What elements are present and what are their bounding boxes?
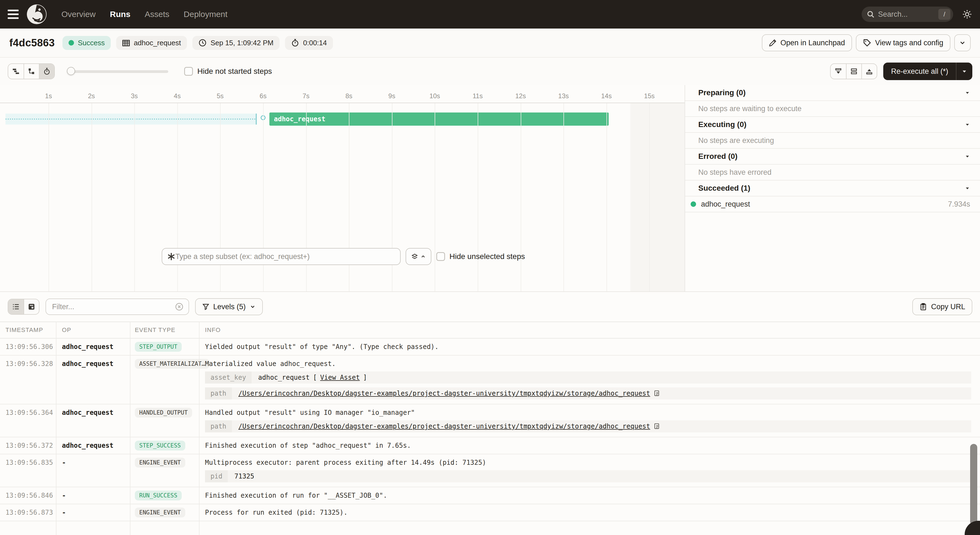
panel-down-icon [834,67,842,75]
event-type-pill: HANDLED_OUTPUT [135,408,192,418]
step-subset-input[interactable] [175,252,395,261]
gantt-zoom-slider[interactable] [67,67,168,76]
log-message: Finished execution of run for "__ASSET_J… [205,492,971,499]
search-icon [867,10,875,18]
view-mode-flat-button[interactable] [24,64,39,79]
nav-item-runs[interactable]: Runs [110,10,130,19]
global-search[interactable]: / [862,6,953,22]
log-message: Materialized value adhoc_request. [205,360,971,367]
search-input[interactable] [875,10,939,19]
log-list-view-button[interactable] [8,299,24,314]
axis-tick: 3s [131,92,138,100]
step-bar[interactable]: adhoc_request [269,112,608,126]
reexecute-split-button: Re-execute all (*) [883,62,972,80]
log-timestamp: 13:09:56.835 [0,454,56,487]
axis-tick: 1s [45,92,52,100]
log-info-cell: Multiprocess executor: parent process ex… [199,454,980,487]
nav-item-assets[interactable]: Assets [145,10,169,19]
succeeded-step-row[interactable]: adhoc_request7.934s [685,196,980,212]
panel-up-icon [865,67,873,75]
log-info-cell: Process for run exited (pid: 71325). [199,504,980,521]
hide-unselected-checkbox-row[interactable]: Hide unselected steps [436,252,525,261]
log-row[interactable]: 13:09:56.328adhoc_requestASSET_MATERIALI… [0,356,980,404]
nav-item-deployment[interactable]: Deployment [184,10,228,19]
event-type-pill: STEP_OUTPUT [135,342,182,352]
path-link[interactable]: /Users/erincochran/Desktop/dagster-examp… [239,423,650,430]
step-selector-row: Hide unselected steps [162,248,525,265]
view-tags-config-button[interactable]: View tags and config [856,34,950,51]
log-row[interactable]: 13:09:56.835-ENGINE_EVENTMultiprocess ex… [0,454,980,487]
clock-icon [199,39,207,47]
step-status-panel: Preparing (0)No steps are waiting to exe… [684,85,980,291]
path-link[interactable]: /Users/erincochran/Desktop/dagster-examp… [239,390,650,397]
settings-gear-icon[interactable] [962,9,972,19]
slider-handle[interactable] [67,67,75,75]
step-section-header[interactable]: Succeeded (1) [685,180,980,196]
log-filter-box[interactable] [46,299,189,315]
log-info-cell: Finished execution of step "adhoc_reques… [199,437,980,454]
col-op: OP [56,326,130,334]
copy-icon[interactable] [654,390,661,397]
log-filter-input[interactable] [52,303,175,311]
log-timestamp: 13:09:56.372 [0,437,56,454]
log-row[interactable]: 13:09:56.306adhoc_requestSTEP_OUTPUTYiel… [0,339,980,356]
graph-options-button[interactable] [406,248,431,265]
log-row[interactable]: 13:09:56.364adhoc_requestHANDLED_OUTPUTH… [0,404,980,437]
log-row[interactable]: 13:09:56.873-ENGINE_EVENTProcess for run… [0,504,980,521]
split-panel-button[interactable] [846,64,861,79]
copy-icon[interactable] [654,423,661,430]
log-view-segment [8,299,40,315]
hide-not-started-checkbox[interactable] [184,67,193,76]
step-section-header[interactable]: Executing (0) [685,117,980,133]
menu-icon[interactable] [8,10,19,19]
step-subset-box[interactable] [162,248,401,265]
reexecute-menu-button[interactable] [956,62,972,80]
axis-tick: 9s [388,92,395,100]
pencil-icon [769,39,776,46]
stopwatch-icon [291,39,299,47]
view-mode-waterfall-button[interactable] [8,64,24,79]
help-widget-button[interactable] [965,521,980,535]
hide-not-started-checkbox-row[interactable]: Hide not started steps [184,67,272,76]
slider-track[interactable] [67,70,168,73]
step-section-title: Succeeded (1) [698,184,750,193]
dock-top-button[interactable] [861,64,877,79]
log-timestamp: 13:09:56.306 [0,339,56,355]
axis-tick: 4s [174,92,181,100]
nav-item-overview[interactable]: Overview [61,10,95,19]
chevron-down-icon [959,39,966,46]
step-section-header[interactable]: Errored (0) [685,149,980,164]
log-row[interactable]: 13:09:56.372adhoc_requestSTEP_SUCCESSFin… [0,437,980,454]
job-tag[interactable]: adhoc_request [116,36,187,50]
view-asset-link[interactable]: View Asset [320,374,360,382]
gridline [649,103,650,291]
dock-bottom-button[interactable] [830,64,846,79]
event-type-pill: ENGINE_EVENT [135,458,185,468]
chevron-down-icon [965,90,970,96]
copy-url-button[interactable]: Copy URL [912,298,972,315]
gantt-axis: 1s2s3s4s5s6s7s8s9s10s11s12s13s14s15s [0,85,684,103]
chevron-down-icon [965,185,970,191]
log-scrollbar-thumb[interactable] [970,444,977,525]
open-in-launchpad-button[interactable]: Open in Launchpad [762,34,852,51]
gantt-toolbar: Hide not started steps Re-execute all (*… [0,57,980,85]
log-row[interactable]: 13:09:56.846-RUN_SUCCESSFinished executi… [0,487,980,504]
log-event-type-cell: STEP_SUCCESS [130,437,199,454]
log-op: - [56,487,130,504]
step-section-header[interactable]: Preparing (0) [685,85,980,101]
tag-icon [863,39,871,47]
clear-filter-icon[interactable] [175,302,184,311]
step-section-empty-message: No steps are executing [685,133,980,149]
hide-unselected-checkbox[interactable] [436,252,445,261]
dagster-logo-icon[interactable] [26,4,47,25]
op-selector-icon [167,252,175,260]
levels-filter-button[interactable]: Levels (5) [195,298,263,315]
reexecute-all-button[interactable]: Re-execute all (*) [883,62,956,80]
metadata-entry: path/Users/erincochran/Desktop/dagster-e… [205,387,971,399]
run-actions-menu-button[interactable] [954,34,971,51]
view-mode-timed-button[interactable] [39,64,54,79]
metadata-key: path [205,387,232,399]
dagster-run-page: OverviewRunsAssetsDeployment / f4dc5863 … [0,0,980,535]
status-badge: Success [62,36,111,50]
log-structured-view-button[interactable] [24,299,39,314]
